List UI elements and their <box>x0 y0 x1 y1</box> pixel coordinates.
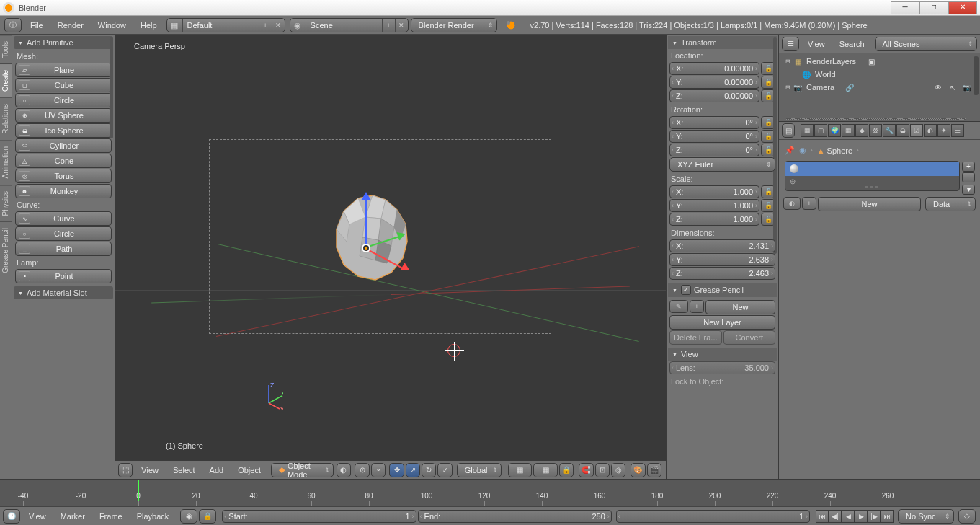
window-close-button[interactable]: ✕ <box>948 1 977 14</box>
outliner-tree[interactable]: ⊞▦RenderLayers▣ 🌐World ⊞📷Camera🔗👁↖📷 <box>779 53 980 121</box>
layout-add-button[interactable]: + <box>259 19 272 32</box>
scene-name-input[interactable] <box>306 19 382 32</box>
location-x-field[interactable]: X:0.00000 <box>669 62 760 75</box>
props-tab-constraints[interactable]: ⛓ <box>869 124 882 137</box>
props-tab-physics[interactable]: ☰ <box>951 124 964 137</box>
props-tab-renderlayers[interactable]: ▢ <box>814 124 827 137</box>
start-frame-field[interactable]: Start:1 <box>222 510 416 523</box>
orientation-dropdown[interactable]: Global <box>457 463 502 477</box>
dim-y-field[interactable]: Y:2.638 <box>669 253 775 266</box>
rotation-mode-dropdown[interactable]: XYZ Euler <box>669 157 775 172</box>
timeline-ruler[interactable]: -40-200204060801001201401601802002202402… <box>0 480 980 506</box>
mat-link-dropdown[interactable]: Data <box>925 197 976 211</box>
autokey-lock-icon[interactable]: 🔒 <box>199 509 216 524</box>
material-slot-0[interactable] <box>785 162 959 176</box>
pivot-lock-icon[interactable]: ⚬ <box>371 463 386 477</box>
add-curvecircle-button[interactable]: ○Circle <box>15 226 112 241</box>
autokey-icon[interactable]: ◉ <box>180 509 197 524</box>
props-tab-scene[interactable]: 🌍 <box>828 124 841 137</box>
jump-start-button[interactable]: ⏮ <box>816 510 829 523</box>
add-path-button[interactable]: ⎯Path <box>15 242 112 256</box>
menu-file[interactable]: File <box>23 19 50 32</box>
location-y-field[interactable]: Y:0.00000 <box>669 76 760 89</box>
gp-new-layer-button[interactable]: New Layer <box>669 315 775 330</box>
gp-color-button[interactable]: ✎ <box>669 300 688 313</box>
props-editor-icon[interactable]: ▤ <box>782 123 795 138</box>
outliner-search-menu[interactable]: Search <box>832 38 872 50</box>
outliner-filter-dropdown[interactable]: All Scenes <box>875 37 977 51</box>
dim-z-field[interactable]: Z:2.463 <box>669 267 775 280</box>
outliner-row-world[interactable]: 🌐World <box>780 68 979 81</box>
render-engine-dropdown[interactable]: Blender Render <box>411 18 497 32</box>
editor-type-icon[interactable]: ⓘ <box>4 18 22 32</box>
timeline-editor-icon[interactable]: 🕐 <box>3 509 20 524</box>
gp-delete-frame-button[interactable]: Delete Fra... <box>669 330 722 345</box>
gp-add-button[interactable]: + <box>690 300 704 313</box>
mat-slot-remove-button[interactable]: − <box>962 172 975 182</box>
outliner-scrollbar[interactable] <box>974 56 979 95</box>
dim-x-field[interactable]: X:2.431 <box>669 239 775 252</box>
render-icon[interactable]: 📷 <box>961 82 973 92</box>
location-z-field[interactable]: Z:0.00000 <box>669 89 760 102</box>
props-tab-render[interactable]: ▦ <box>801 124 814 137</box>
menu-window[interactable]: Window <box>91 19 133 32</box>
snap-target-icon[interactable]: ◎ <box>611 463 625 477</box>
tl-menu-marker[interactable]: Marker <box>53 510 92 523</box>
tl-menu-view[interactable]: View <box>22 510 53 523</box>
gp-checkbox[interactable]: ✓ <box>681 285 691 295</box>
rotation-y-field[interactable]: Y:0° <box>669 130 760 143</box>
vp-menu-select[interactable]: Select <box>166 464 202 477</box>
scene-del-button[interactable]: ✕ <box>395 19 408 32</box>
end-frame-field[interactable]: End:250 <box>418 510 612 523</box>
vtab-create[interactable]: Create <box>0 63 12 97</box>
add-plane-button[interactable]: ▱Plane <box>15 63 112 77</box>
scale-z-field[interactable]: Z:1.000 <box>669 213 760 226</box>
add-cone-button[interactable]: △Cone <box>15 154 112 168</box>
layer-lock-icon[interactable]: 🔒 <box>559 463 574 477</box>
transform-header[interactable]: Transform <box>668 36 777 49</box>
props-tab-modifiers[interactable]: 🔧 <box>883 124 896 137</box>
lens-field[interactable]: Lens:35.000 <box>669 361 775 374</box>
add-primitive-header[interactable]: Add Primitive <box>14 36 113 49</box>
view-panel-header[interactable]: View <box>668 348 777 361</box>
menu-help[interactable]: Help <box>133 19 164 32</box>
z-manip[interactable] <box>365 197 367 247</box>
layers-2-icon[interactable]: ▦ <box>533 463 558 477</box>
snap-mode-icon[interactable]: ⊡ <box>595 463 610 477</box>
layout-del-button[interactable]: ✕ <box>272 19 285 32</box>
tl-menu-playback[interactable]: Playback <box>130 510 177 523</box>
props-tab-data[interactable]: ◒ <box>896 124 909 137</box>
gp-new-button[interactable]: New <box>705 300 775 314</box>
outliner-row-camera[interactable]: ⊞📷Camera🔗👁↖📷 <box>780 81 979 94</box>
material-slot-list[interactable]: ⊕ ═══ + − ▾ ◄ <box>785 161 960 191</box>
outliner-row-renderlayers[interactable]: ⊞▦RenderLayers▣ <box>780 55 979 68</box>
manip-rotate-icon[interactable]: ↻ <box>422 463 436 477</box>
manip-scale-icon[interactable]: ⤢ <box>437 463 452 477</box>
rotation-x-field[interactable]: X:0° <box>669 116 760 129</box>
keyframe-next-button[interactable]: |▶ <box>868 510 881 523</box>
gp-convert-button[interactable]: Convert <box>723 330 776 345</box>
window-maximize-button[interactable]: □ <box>919 1 948 14</box>
props-tab-particles[interactable]: ✦ <box>937 124 950 137</box>
vp-menu-view[interactable]: View <box>134 464 166 477</box>
shading-mode-icon[interactable]: ◐ <box>337 463 351 477</box>
mat-add-button[interactable]: + <box>802 197 816 210</box>
keyframe-prev-button[interactable]: ◀| <box>829 510 842 523</box>
layers-1-icon[interactable]: ▦ <box>508 463 533 477</box>
add-circle-button[interactable]: ○Circle <box>15 93 112 107</box>
add-uvsphere-button[interactable]: ⊕UV Sphere <box>15 108 112 123</box>
vtab-grease-pencil[interactable]: Grease Pencil <box>0 221 12 279</box>
mat-slot-specials-button[interactable]: ▾ <box>962 185 975 195</box>
vtab-physics[interactable]: Physics <box>0 185 12 221</box>
scene-selector[interactable]: ◉ + ✕ <box>290 18 409 32</box>
vp-editor-type-icon[interactable]: ⬚ <box>118 463 133 477</box>
add-icosphere-button[interactable]: ◒Ico Sphere <box>15 123 112 138</box>
vp-menu-object[interactable]: Object <box>231 464 268 477</box>
jump-end-button[interactable]: ⏭ <box>881 510 894 523</box>
vtab-relations[interactable]: Relations <box>0 97 12 140</box>
pin-icon[interactable]: 📌 <box>785 146 795 155</box>
menu-render[interactable]: Render <box>50 19 91 32</box>
render-anim-icon[interactable]: 🎬 <box>647 463 662 477</box>
add-point-lamp-button[interactable]: ∘Point <box>15 269 112 283</box>
render-preview-icon[interactable]: 🎨 <box>631 463 645 477</box>
